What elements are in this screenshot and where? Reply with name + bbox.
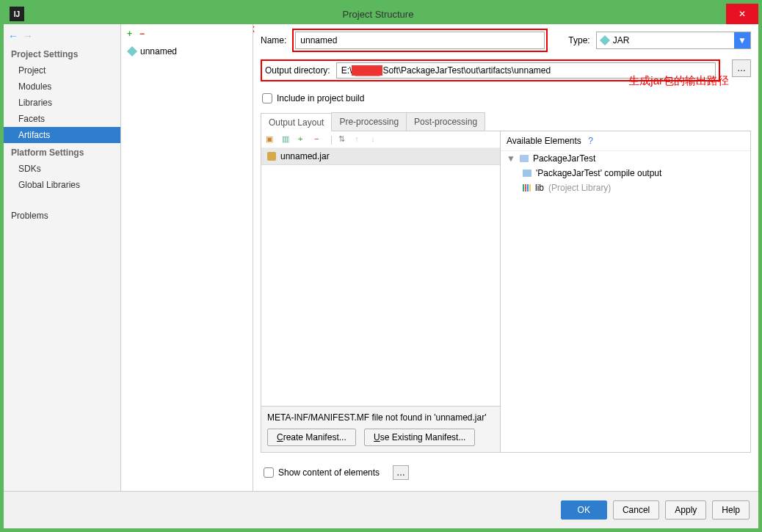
sidebar-item-global-libraries[interactable]: Global Libraries — [4, 177, 120, 193]
close-button[interactable]: ✕ — [726, 4, 758, 24]
artifact-name-input[interactable] — [295, 32, 545, 49]
artifact-type-select[interactable]: JAR ▼ — [596, 32, 751, 49]
move-down-icon[interactable]: ↓ — [371, 134, 381, 145]
new-dir-icon[interactable]: ▥ — [282, 134, 292, 145]
remove-icon[interactable]: − — [314, 134, 324, 145]
highlight-name-box — [292, 29, 548, 52]
help-button[interactable]: Help — [712, 500, 750, 520]
sidebar-item-libraries[interactable]: Libraries — [4, 95, 120, 111]
use-existing-manifest-button[interactable]: Use Existing Manifest... — [364, 429, 475, 446]
layout-tabs: Output Layout Pre-processing Post-proces… — [261, 112, 751, 131]
checkbox-icon — [264, 467, 274, 478]
app-icon: IJ — [10, 7, 24, 21]
annotation-jar-name: jar包名称 — [253, 24, 255, 37]
show-content-more-button[interactable]: … — [393, 465, 409, 480]
browse-output-button[interactable]: … — [732, 59, 751, 77]
name-label: Name: — [261, 35, 286, 45]
output-dir-label: Output directory: — [265, 65, 330, 76]
module-icon — [520, 155, 529, 162]
sidebar-section-header: Platform Settings — [4, 143, 120, 161]
artifact-icon — [127, 46, 137, 57]
move-up-icon[interactable]: ↑ — [355, 134, 365, 145]
jar-file-name: unnamed.jar — [280, 151, 330, 161]
show-content-checkbox[interactable]: Show content of elements — [264, 467, 380, 478]
tab-output-layout[interactable]: Output Layout — [261, 113, 332, 131]
artifact-name: unnamed — [140, 46, 177, 57]
checkbox-icon — [262, 93, 272, 103]
dropdown-icon: ▼ — [734, 32, 750, 48]
settings-sidebar: ← → Project Settings Project Modules Lib… — [4, 24, 121, 491]
nav-forward-icon[interactable]: → — [23, 30, 33, 42]
sidebar-item-artifacts[interactable]: Artifacts — [4, 127, 120, 143]
sidebar-item-project[interactable]: Project — [4, 62, 120, 79]
available-help-link[interactable]: ? — [588, 136, 593, 146]
artifact-list-panel: + − unnamed — [121, 24, 253, 491]
create-manifest-button[interactable]: CCreate Manifest...reate Manifest... — [267, 429, 356, 446]
folder-icon — [523, 170, 531, 177]
sidebar-section-header: Project Settings — [4, 45, 120, 62]
sidebar-item-facets[interactable]: Facets — [4, 111, 120, 127]
manifest-warning: META-INF/MANIFEST.MF file not found in '… — [267, 412, 494, 423]
cancel-button[interactable]: Cancel — [613, 500, 659, 520]
project-structure-dialog: IJ Project Structure ✕ ← → Project Setti… — [3, 3, 759, 529]
sort-icon[interactable]: ⇅ — [338, 134, 349, 145]
output-layout-pane: ▣ ▥ + − | ⇅ ↑ ↓ unnamed.jar — [261, 131, 501, 452]
available-title: Available Elements — [507, 136, 581, 146]
redacted-segment: ████ — [352, 65, 382, 76]
tab-pre-processing[interactable]: Pre-processing — [331, 112, 407, 131]
available-elements-pane: Available Elements ? ▼ PackageJarTest 'P… — [501, 131, 750, 452]
artifact-list-item[interactable]: unnamed — [121, 43, 253, 59]
tab-post-processing[interactable]: Post-processing — [406, 112, 485, 131]
add-copy-icon[interactable]: + — [298, 134, 308, 145]
available-root[interactable]: ▼ PackageJarTest — [501, 151, 750, 166]
dialog-buttons: OK Cancel Apply Help — [4, 491, 758, 528]
jar-type-icon — [600, 35, 610, 45]
sidebar-item-sdks[interactable]: SDKs — [4, 161, 120, 177]
type-value: JAR — [613, 35, 630, 45]
add-artifact-button[interactable]: + — [127, 29, 132, 39]
remove-artifact-button[interactable]: − — [139, 29, 145, 39]
show-content-label: Show content of elements — [278, 467, 380, 478]
window-title: Project Structure — [30, 9, 726, 20]
include-build-checkbox[interactable]: Include in project build — [262, 93, 750, 103]
new-folder-icon[interactable]: ▣ — [266, 134, 276, 145]
sidebar-item-modules[interactable]: Modules — [4, 79, 120, 95]
sidebar-item-problems[interactable]: Problems — [4, 208, 120, 224]
titlebar: IJ Project Structure ✕ — [4, 4, 758, 24]
library-icon — [523, 184, 531, 192]
type-label: Type: — [568, 35, 589, 45]
nav-back-icon[interactable]: ← — [8, 30, 18, 42]
available-lib[interactable]: lib (Project Library) — [501, 181, 750, 195]
include-build-label: Include in project build — [277, 93, 364, 103]
output-jar-item[interactable]: unnamed.jar — [261, 148, 500, 165]
ok-button[interactable]: OK — [561, 500, 607, 520]
jar-icon — [267, 152, 276, 161]
output-dir-input[interactable]: E:\████Soft\PackageJarTest\out\artifacts… — [336, 62, 716, 79]
available-compile-output[interactable]: 'PackageJarTest' compile output — [501, 166, 750, 181]
apply-button[interactable]: Apply — [665, 500, 706, 520]
artifact-editor: jar包名称 生成jar包的输出路径 Name: Type: JAR ▼ — [253, 24, 758, 491]
